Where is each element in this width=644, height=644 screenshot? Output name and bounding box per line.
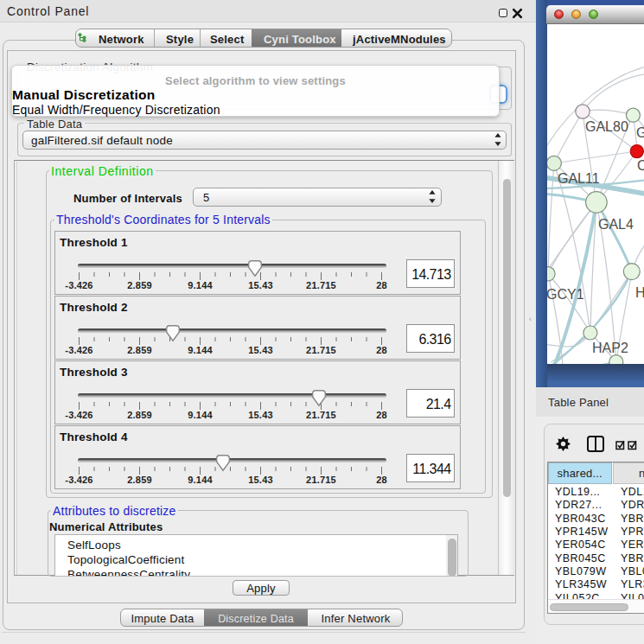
svg-text:H: H xyxy=(635,285,644,300)
svg-text:GAL11: GAL11 xyxy=(558,171,600,186)
svg-text:GA: GA xyxy=(636,125,644,140)
svg-text:GCY1: GCY1 xyxy=(547,287,584,302)
svg-text:HAP2: HAP2 xyxy=(592,341,628,355)
svg-text:C: C xyxy=(637,158,644,173)
svg-text:GAL4: GAL4 xyxy=(598,217,634,232)
svg-text:GAL80: GAL80 xyxy=(585,119,628,134)
